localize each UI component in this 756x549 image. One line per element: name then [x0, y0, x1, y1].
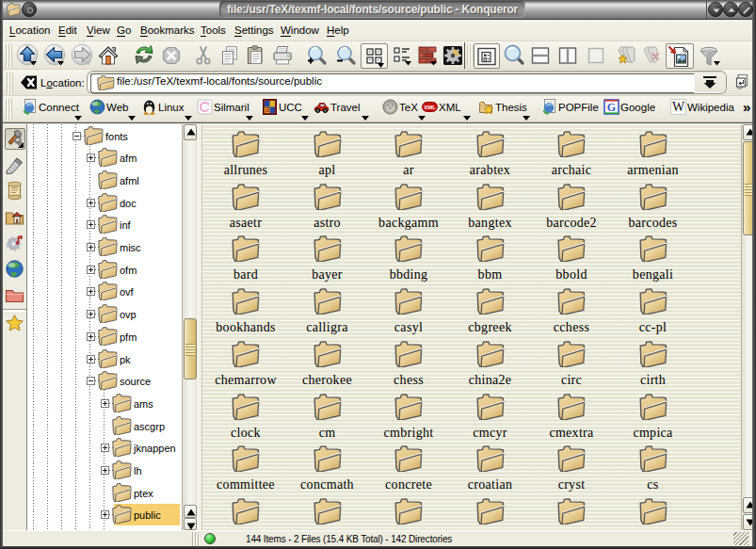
svg-text:XML: XML: [424, 105, 436, 110]
svg-text:G: G: [607, 101, 616, 114]
svg-text:W: W: [672, 100, 685, 114]
